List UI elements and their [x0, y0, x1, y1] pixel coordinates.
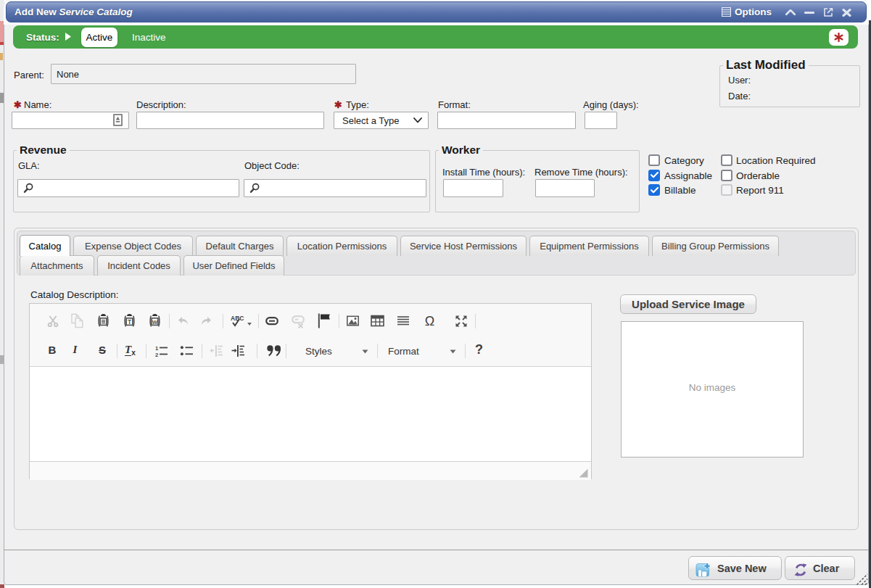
svg-text:1: 1: [155, 345, 158, 352]
svg-text:T: T: [128, 318, 132, 326]
svg-text:Ω: Ω: [425, 314, 434, 328]
svg-text:W: W: [152, 319, 158, 326]
svg-text:2: 2: [155, 352, 158, 358]
